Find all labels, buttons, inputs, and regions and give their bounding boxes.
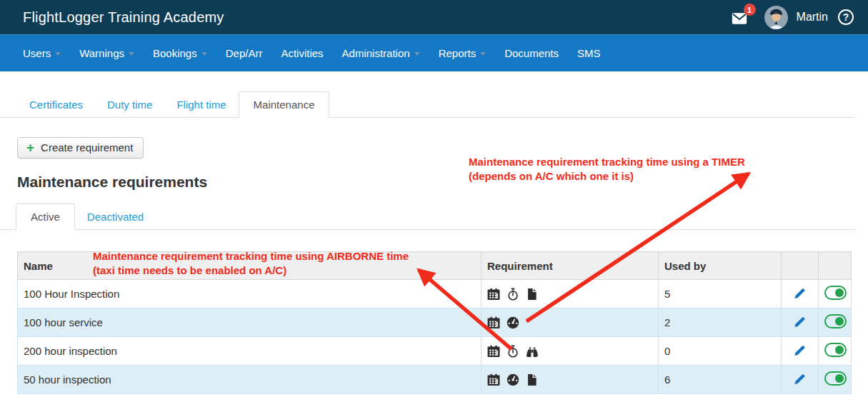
file-icon [526,288,539,301]
binoculars-icon [526,345,539,358]
nav-item-bookings[interactable]: Bookings [144,34,216,71]
stopwatch-icon [507,345,519,358]
unread-count-badge: 1 [744,4,756,16]
app-title: FlightLogger Training Academy [23,9,224,26]
table-row: 200 hour inspection 0 [18,337,852,366]
file-icon [526,373,539,386]
column-header-toggle [819,252,852,280]
requirement-name: 100 hour service [18,308,482,337]
table-row: 100 hour service 2 [18,308,852,337]
edit-pencil-icon[interactable] [794,316,806,328]
nav-item-documents[interactable]: Documents [495,34,568,71]
user-menu[interactable]: Martin [797,11,828,24]
nav-item-users[interactable]: Users [14,34,70,71]
nav-item-dep-arr[interactable]: Dep/Arr [216,34,272,71]
calendar-icon [487,288,500,301]
messages-button[interactable]: 1 [730,9,752,26]
requirement-type-icons [487,288,652,301]
used-by-count: 0 [659,337,782,366]
nav-item-administration[interactable]: Administration [333,34,429,71]
tab-flight-time[interactable]: Flight time [164,92,238,117]
requirement-name: 100 Hour Inspection [18,280,482,308]
used-by-count: 2 [659,308,782,337]
chevron-down-icon [414,52,420,56]
active-toggle-icon[interactable] [824,314,847,328]
nav-item-warnings[interactable]: Warnings [70,34,144,71]
annotation-timer: Maintenance requirement tracking time us… [469,155,745,184]
gauge-icon [507,316,519,329]
create-requirement-label: Create requirement [41,141,133,154]
active-toggle-icon[interactable] [824,286,847,300]
column-header-requirement: Requirement [482,252,659,280]
table-row: 100 Hour Inspection 5 [18,280,852,308]
nav-item-sms[interactable]: SMS [568,34,610,71]
chevron-down-icon [129,52,134,56]
avatar-image [764,6,788,29]
calendar-icon [487,373,500,386]
stopwatch-icon [507,288,519,301]
edit-pencil-icon[interactable] [794,344,806,356]
nav-item-reports[interactable]: Reports [429,34,496,71]
nav-item-activities[interactable]: Activities [271,34,332,71]
used-by-count: 5 [659,280,782,308]
used-by-count: 6 [659,366,782,394]
table-row: 50 hour inspection 6 [18,366,852,394]
active-toggle-icon[interactable] [824,371,847,386]
chevron-down-icon [480,52,486,56]
create-requirement-button[interactable]: + Create requirement [17,137,144,159]
help-icon[interactable]: ? [838,9,854,25]
tab-active[interactable]: Active [16,203,75,230]
edit-pencil-icon[interactable] [794,373,806,385]
annotation-airborne: Maintenance requirement tracking time us… [93,249,409,278]
chevron-down-icon [55,52,61,56]
requirement-type-icons [487,316,652,329]
page-tabs: Certificates Duty time Flight time Maint… [0,91,855,118]
chevron-down-icon [201,52,207,56]
tab-duty-time[interactable]: Duty time [95,92,164,117]
requirement-type-icons [487,345,652,358]
gauge-icon [507,373,519,386]
column-header-used-by: Used by [659,252,782,280]
tab-maintenance[interactable]: Maintenance [239,91,330,118]
plus-icon: + [26,143,34,153]
column-header-edit [782,252,819,280]
page: FlightLogger Training Academy 1 Martin ? [0,0,868,397]
calendar-icon [487,316,500,329]
active-toggle-icon[interactable] [824,343,847,357]
main-nav: Users Warnings Bookings Dep/Arr Activiti… [0,34,868,71]
requirement-type-icons [487,373,652,386]
top-header-bar: FlightLogger Training Academy 1 Martin ? [0,0,868,34]
requirement-name: 200 hour inspection [18,337,482,366]
requirement-name: 50 hour inspection [18,366,482,394]
header-actions: 1 Martin ? [730,6,854,29]
edit-pencil-icon[interactable] [794,287,806,299]
user-avatar[interactable] [764,6,788,29]
tab-certificates[interactable]: Certificates [17,92,95,117]
filter-tabs: Active Deactivated [0,203,855,230]
calendar-icon [487,345,500,358]
tab-deactivated[interactable]: Deactivated [75,204,156,229]
